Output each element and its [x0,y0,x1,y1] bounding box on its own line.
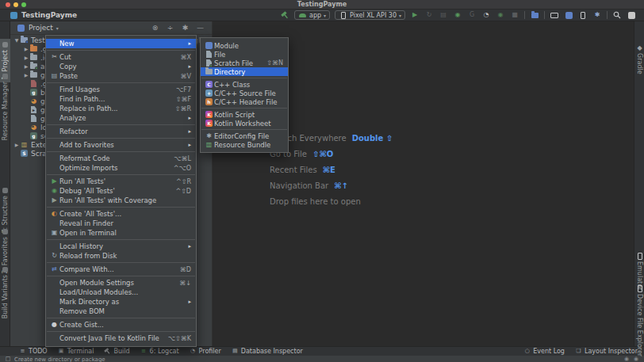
menu-item-label: Paste [59,72,176,80]
sync-settings-button[interactable]: ✱ [592,10,602,20]
menu-item-debug-all-tests[interactable]: ◉Debug 'All Tests'^⇧D [46,186,196,196]
menu-item-mark-directory-as[interactable]: Mark Directory as▸ [46,297,196,307]
device-manager-button[interactable] [578,10,588,20]
apply-changes-button[interactable]: ↻ [424,10,434,20]
menu-item-file[interactable]: File [201,50,288,59]
tool-button-database-inspector[interactable]: ▤Database Inspector [232,348,303,355]
settings-icon[interactable]: ✱ [180,23,190,33]
menu-item-optimize-imports[interactable]: Optimize Imports^⌥O [46,163,196,173]
chevron-down-icon[interactable]: ▼ [13,37,20,43]
chevron-right-icon[interactable]: ▶ [23,63,29,69]
menu-item-reformat-code[interactable]: Reformat Code⌥⌘L [46,154,196,163]
chevron-right-icon[interactable]: ▶ [13,142,20,147]
menu-item-create-all-tests[interactable]: ◐Create 'All Tests'... [46,209,196,219]
zoom-button[interactable] [21,2,26,7]
menu-item-local-history[interactable]: Local History▸ [46,242,196,251]
menu-item-label: Add to Favorites [59,141,183,149]
menu-item-reveal-in-finder[interactable]: Reveal in Finder [46,219,196,228]
menu-item-refactor[interactable]: Refactor▸ [46,127,196,136]
stop-button[interactable]: ■ [510,10,519,20]
menu-item-run-all-tests-with-coverage[interactable]: ▶Run 'All Tests' with Coverage [46,196,196,205]
hide-panel-icon[interactable]: — [195,23,205,33]
menu-item-c-c-header-file[interactable]: hC/C++ Header File [201,97,288,106]
menu-item-add-to-favorites[interactable]: Add to Favorites▸ [46,140,196,150]
menu-item-create-gist[interactable]: ●Create Gist... [46,320,196,330]
menu-item-label: Directory [214,68,283,76]
chevron-right-icon[interactable]: ▶ [23,46,29,51]
properties-icon: ◕ [29,123,38,131]
stripe-build-variants-icon [2,266,9,273]
menu-item-kotlin-worksheet[interactable]: KKotlin Worksheet [201,119,288,128]
menu-item-remove-bom[interactable]: Remove BOM [46,307,196,316]
run-config-select[interactable]: app▾ [294,10,330,20]
tool-button-6-logcat[interactable]: ≡6: Logcat [140,348,179,355]
sync-project-button[interactable] [530,10,539,20]
tool-stripe-device-file-explorer[interactable]: Device File Explorer [634,283,644,359]
menu-item-load-unload-modules[interactable]: Load/Unload Modules... [46,288,196,297]
collapse-all-icon[interactable]: ÷ [165,23,175,33]
chevron-right-icon[interactable]: ▶ [23,55,29,60]
menu-item-label: Cut [59,53,176,61]
chevron-right-icon[interactable]: ▶ [23,72,29,78]
tool-button-build[interactable]: Build [104,348,129,355]
tool-stripe-resource-manager[interactable]: Resource Manager [0,70,10,143]
menu-item-icon-slot [204,67,214,76]
window-title: TestingPayme [297,1,347,8]
attach-profiler-button[interactable]: ◉ [496,10,505,20]
menu-item-c-class[interactable]: CC++ Class [201,80,288,89]
close-button[interactable] [6,2,10,7]
menu-item-copy[interactable]: Copy▸ [46,62,196,71]
project-chip[interactable]: TestingPayme [10,11,77,20]
menu-item-module[interactable]: Module [201,41,288,50]
tool-button-terminal[interactable]: ▣Terminal [58,348,94,355]
menu-item-scratch-file[interactable]: Scratch File⇧⌘N [201,59,288,67]
menu-item-new[interactable]: New▸ [46,39,196,48]
tool-button-layout-inspector[interactable]: ❏Layout Inspector [575,348,638,355]
run-button[interactable]: ▶ [410,10,420,20]
tool-button-event-log[interactable]: ○Event Log [523,348,565,355]
layout-inspector-icon: ❏ [575,348,582,355]
menu-item-find-in-path[interactable]: Find in Path...⇧⌘F [46,94,196,104]
menu-item-label: Local History [59,242,183,250]
menu-item-icon-slot: ◉ [49,187,59,196]
avd-manager-button[interactable] [550,10,559,20]
device-select[interactable]: Pixel XL API 30▾ [335,10,405,20]
menu-item-resource-bundle[interactable]: ▥Resource Bundle [201,140,288,149]
menu-item-label: Reveal in Finder [59,219,191,227]
run-with-coverage-button[interactable]: G [467,10,477,20]
project-panel-title[interactable]: Project [29,24,53,32]
ide-updates-button[interactable] [627,10,636,20]
debug-button[interactable]: ◉ [453,10,462,20]
scratch-file-icon [205,59,213,67]
tool-button-todo[interactable]: ≡TODO [19,348,48,355]
chevron-down-icon[interactable]: ▾ [56,25,59,31]
menu-item-analyze[interactable]: Analyze▸ [46,113,196,123]
menu-item-editorconfig-file[interactable]: ✱EditorConfig File [201,131,288,140]
menu-item-replace-in-path[interactable]: Replace in Path...⇧⌘R [46,104,196,113]
tool-stripe-gradle[interactable]: ◆Gradle [634,42,644,77]
menu-item-compare-with[interactable]: ⇄Compare With...⌘D [46,265,196,274]
sdk-manager-button[interactable] [564,10,573,20]
tool-stripe-build-variants[interactable]: Build Variants [0,264,10,321]
menu-item-convert-java-file-to-kotlin-file[interactable]: Convert Java File to Kotlin File⌥⇧⌘K [46,333,196,343]
menu-item-open-in-terminal[interactable]: ▣Open in Terminal [46,228,196,238]
tool-button-profiler[interactable]: ◔Profiler [190,348,221,355]
apply-code-changes-button[interactable]: ▤ [439,10,448,20]
build-button[interactable] [280,10,289,20]
menu-item-cut[interactable]: ✂Cut⌘X [46,52,196,62]
menu-item-run-all-tests[interactable]: ▶Run 'All Tests'^⇧R [46,177,196,186]
menu-item-open-module-settings[interactable]: Open Module Settings⌘↓ [46,278,196,288]
minimize-button[interactable] [13,2,18,7]
menu-item-reload-from-disk[interactable]: ↻Reload from Disk [46,251,196,261]
menu-item-kotlin-script[interactable]: KKotlin Script [201,110,288,119]
menu-item-paste[interactable]: ▤Paste⌘V [46,71,196,81]
profile-button[interactable]: ◔ [481,10,491,20]
menu-item-find-usages[interactable]: Find Usages⌥F7 [46,85,196,94]
locate-file-icon[interactable]: ⊗ [150,23,160,33]
menu-item-label: EditorConfig File [214,132,283,140]
gradle-sync-icon [531,11,539,20]
menu-item-directory[interactable]: Directory [201,67,288,76]
menu-item-icon-slot: h [204,97,214,106]
menu-item-c-c-source-file[interactable]: +C/C++ Source File [201,89,288,97]
search-everywhere-button[interactable] [612,10,622,20]
